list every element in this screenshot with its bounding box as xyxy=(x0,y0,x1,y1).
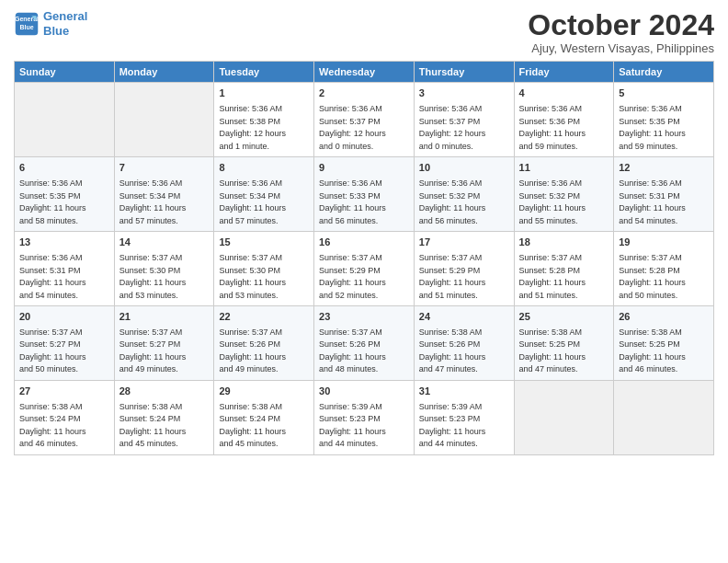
location: Ajuy, Western Visayas, Philippines xyxy=(528,41,714,55)
weekday-header: Sunday xyxy=(15,62,115,83)
cell-content: Sunrise: 5:37 AM Sunset: 5:29 PM Dayligh… xyxy=(419,252,509,302)
cell-content: Sunrise: 5:36 AM Sunset: 5:31 PM Dayligh… xyxy=(19,252,109,302)
calendar-cell: 29Sunrise: 5:38 AM Sunset: 5:24 PM Dayli… xyxy=(214,380,314,454)
calendar-cell: 30Sunrise: 5:39 AM Sunset: 5:23 PM Dayli… xyxy=(314,380,415,454)
day-number: 27 xyxy=(19,385,109,399)
day-number: 23 xyxy=(319,310,409,325)
cell-content: Sunrise: 5:38 AM Sunset: 5:25 PM Dayligh… xyxy=(519,327,609,376)
day-number: 10 xyxy=(419,161,509,176)
day-number: 9 xyxy=(319,161,409,176)
svg-text:Blue: Blue xyxy=(19,24,33,30)
day-number: 12 xyxy=(619,161,709,176)
calendar-cell: 13Sunrise: 5:36 AM Sunset: 5:31 PM Dayli… xyxy=(15,232,115,306)
calendar-cell: 6Sunrise: 5:36 AM Sunset: 5:35 PM Daylig… xyxy=(15,157,115,232)
cell-content: Sunrise: 5:37 AM Sunset: 5:30 PM Dayligh… xyxy=(119,252,210,302)
cell-content: Sunrise: 5:38 AM Sunset: 5:26 PM Dayligh… xyxy=(419,327,509,376)
cell-content: Sunrise: 5:37 AM Sunset: 5:26 PM Dayligh… xyxy=(319,327,409,376)
calendar-cell xyxy=(114,83,214,157)
day-number: 6 xyxy=(19,161,109,176)
calendar-cell: 4Sunrise: 5:36 AM Sunset: 5:36 PM Daylig… xyxy=(514,83,614,157)
day-number: 5 xyxy=(619,86,709,101)
cell-content: Sunrise: 5:37 AM Sunset: 5:28 PM Dayligh… xyxy=(519,252,609,302)
weekday-header: Wednesday xyxy=(314,62,415,83)
cell-content: Sunrise: 5:38 AM Sunset: 5:24 PM Dayligh… xyxy=(219,401,309,451)
calendar-cell xyxy=(614,380,714,454)
calendar-cell: 18Sunrise: 5:37 AM Sunset: 5:28 PM Dayli… xyxy=(514,232,614,306)
calendar-page: General Blue General Blue October 2024 A… xyxy=(0,0,728,563)
calendar-cell: 17Sunrise: 5:37 AM Sunset: 5:29 PM Dayli… xyxy=(414,232,514,306)
logo-text: General Blue xyxy=(43,9,87,38)
day-number: 18 xyxy=(519,236,609,250)
calendar-cell: 19Sunrise: 5:37 AM Sunset: 5:28 PM Dayli… xyxy=(614,232,714,306)
calendar-cell: 7Sunrise: 5:36 AM Sunset: 5:34 PM Daylig… xyxy=(114,157,214,232)
day-number: 14 xyxy=(119,236,210,250)
day-number: 20 xyxy=(19,310,109,325)
day-number: 24 xyxy=(419,310,509,325)
day-number: 25 xyxy=(519,310,609,325)
calendar-cell: 10Sunrise: 5:36 AM Sunset: 5:32 PM Dayli… xyxy=(414,157,514,232)
cell-content: Sunrise: 5:36 AM Sunset: 5:37 PM Dayligh… xyxy=(319,103,409,153)
calendar-cell: 11Sunrise: 5:36 AM Sunset: 5:32 PM Dayli… xyxy=(514,157,614,232)
day-number: 29 xyxy=(219,385,309,399)
logo-icon: General Blue xyxy=(14,11,40,37)
day-number: 26 xyxy=(619,310,709,325)
calendar-cell: 21Sunrise: 5:37 AM Sunset: 5:27 PM Dayli… xyxy=(114,306,214,381)
calendar-week-row: 13Sunrise: 5:36 AM Sunset: 5:31 PM Dayli… xyxy=(15,232,714,306)
calendar-cell: 26Sunrise: 5:38 AM Sunset: 5:25 PM Dayli… xyxy=(614,306,714,381)
calendar-cell: 9Sunrise: 5:36 AM Sunset: 5:33 PM Daylig… xyxy=(314,157,415,232)
day-number: 31 xyxy=(419,385,509,399)
day-number: 2 xyxy=(319,86,409,101)
cell-content: Sunrise: 5:38 AM Sunset: 5:24 PM Dayligh… xyxy=(19,401,109,451)
calendar-cell xyxy=(15,83,115,157)
calendar-week-row: 1Sunrise: 5:36 AM Sunset: 5:38 PM Daylig… xyxy=(15,83,714,157)
weekday-header: Friday xyxy=(514,62,614,83)
cell-content: Sunrise: 5:36 AM Sunset: 5:35 PM Dayligh… xyxy=(619,103,709,153)
day-number: 22 xyxy=(219,310,309,325)
calendar-table: SundayMondayTuesdayWednesdayThursdayFrid… xyxy=(14,61,714,455)
calendar-cell: 12Sunrise: 5:36 AM Sunset: 5:31 PM Dayli… xyxy=(614,157,714,232)
cell-content: Sunrise: 5:36 AM Sunset: 5:32 PM Dayligh… xyxy=(419,178,509,227)
cell-content: Sunrise: 5:37 AM Sunset: 5:27 PM Dayligh… xyxy=(119,327,210,376)
cell-content: Sunrise: 5:36 AM Sunset: 5:38 PM Dayligh… xyxy=(219,103,309,153)
calendar-cell: 8Sunrise: 5:36 AM Sunset: 5:34 PM Daylig… xyxy=(214,157,314,232)
calendar-cell: 5Sunrise: 5:36 AM Sunset: 5:35 PM Daylig… xyxy=(614,83,714,157)
calendar-header-row: SundayMondayTuesdayWednesdayThursdayFrid… xyxy=(15,62,714,83)
calendar-week-row: 6Sunrise: 5:36 AM Sunset: 5:35 PM Daylig… xyxy=(15,157,714,232)
day-number: 11 xyxy=(519,161,609,176)
calendar-cell: 2Sunrise: 5:36 AM Sunset: 5:37 PM Daylig… xyxy=(314,83,415,157)
logo: General Blue General Blue xyxy=(14,9,87,38)
calendar-cell: 28Sunrise: 5:38 AM Sunset: 5:24 PM Dayli… xyxy=(114,380,214,454)
day-number: 19 xyxy=(619,236,709,250)
calendar-cell: 22Sunrise: 5:37 AM Sunset: 5:26 PM Dayli… xyxy=(214,306,314,381)
calendar-week-row: 27Sunrise: 5:38 AM Sunset: 5:24 PM Dayli… xyxy=(15,380,714,454)
cell-content: Sunrise: 5:39 AM Sunset: 5:23 PM Dayligh… xyxy=(419,401,509,451)
calendar-cell: 24Sunrise: 5:38 AM Sunset: 5:26 PM Dayli… xyxy=(414,306,514,381)
cell-content: Sunrise: 5:36 AM Sunset: 5:34 PM Dayligh… xyxy=(119,178,210,227)
calendar-cell xyxy=(514,380,614,454)
cell-content: Sunrise: 5:36 AM Sunset: 5:37 PM Dayligh… xyxy=(419,103,509,153)
weekday-header: Saturday xyxy=(614,62,714,83)
day-number: 13 xyxy=(19,236,109,250)
day-number: 16 xyxy=(319,236,409,250)
cell-content: Sunrise: 5:36 AM Sunset: 5:36 PM Dayligh… xyxy=(519,103,609,153)
day-number: 17 xyxy=(419,236,509,250)
cell-content: Sunrise: 5:37 AM Sunset: 5:27 PM Dayligh… xyxy=(19,327,109,376)
day-number: 1 xyxy=(219,86,309,101)
day-number: 4 xyxy=(519,86,609,101)
day-number: 28 xyxy=(119,385,210,399)
cell-content: Sunrise: 5:36 AM Sunset: 5:33 PM Dayligh… xyxy=(319,178,409,227)
day-number: 21 xyxy=(119,310,210,325)
calendar-week-row: 20Sunrise: 5:37 AM Sunset: 5:27 PM Dayli… xyxy=(15,306,714,381)
cell-content: Sunrise: 5:38 AM Sunset: 5:24 PM Dayligh… xyxy=(119,401,210,451)
cell-content: Sunrise: 5:37 AM Sunset: 5:30 PM Dayligh… xyxy=(219,252,309,302)
calendar-cell: 25Sunrise: 5:38 AM Sunset: 5:25 PM Dayli… xyxy=(514,306,614,381)
weekday-header: Thursday xyxy=(414,62,514,83)
header: General Blue General Blue October 2024 A… xyxy=(14,9,714,55)
cell-content: Sunrise: 5:37 AM Sunset: 5:26 PM Dayligh… xyxy=(219,327,309,376)
cell-content: Sunrise: 5:38 AM Sunset: 5:25 PM Dayligh… xyxy=(619,327,709,376)
month-title: October 2024 xyxy=(528,9,714,41)
calendar-cell: 27Sunrise: 5:38 AM Sunset: 5:24 PM Dayli… xyxy=(15,380,115,454)
cell-content: Sunrise: 5:36 AM Sunset: 5:35 PM Dayligh… xyxy=(19,178,109,227)
day-number: 3 xyxy=(419,86,509,101)
cell-content: Sunrise: 5:39 AM Sunset: 5:23 PM Dayligh… xyxy=(319,401,409,451)
